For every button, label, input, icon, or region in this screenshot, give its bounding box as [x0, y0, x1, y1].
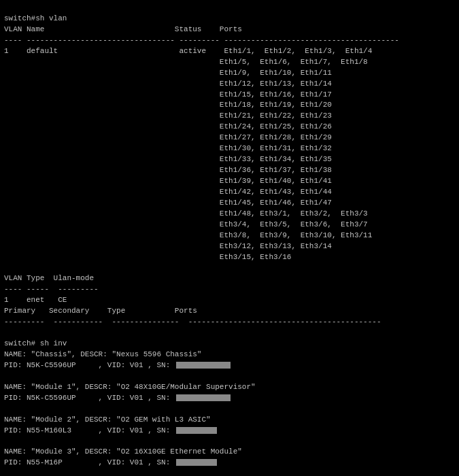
- vlan-ports-17: Eth3/4, Eth3/5, Eth3/6, Eth3/7: [4, 220, 368, 228]
- redacted-sn-module1: [176, 394, 231, 401]
- vlan-ports-8: Eth1/24, Eth1/25, Eth1/26: [4, 122, 332, 131]
- vlan-separator: ---- --------------------------------- -…: [4, 36, 399, 44]
- inv-chassis-name: NAME: "Chassis", DESCR: "Nexus 5596 Chas…: [4, 350, 201, 358]
- inv-module2-name: NAME: "Module 2", DESCR: "O2 GEM with L3…: [4, 415, 211, 424]
- vlan-ports-14: Eth1/42, Eth1/43, Eth1/44: [4, 188, 332, 196]
- vlan-row-1: 1 default active Eth1/1, Eth1/2, Eth1/3,…: [4, 47, 372, 55]
- vlan-type-separator: ---- ----- ---------: [4, 285, 99, 293]
- vlan-ports-7: Eth1/21, Eth1/22, Eth1/23: [4, 112, 332, 120]
- terminal-window: switch#sh vlan VLAN Name Status Ports --…: [4, 3, 455, 476]
- vlan-header-row: VLAN Name Status Ports: [4, 25, 242, 33]
- vlan-ports-10: Eth1/30, Eth1/31, Eth1/32: [4, 144, 332, 152]
- vlan-type-row: 1 enet CE: [4, 296, 67, 304]
- redacted-sn-module3: [176, 459, 217, 466]
- command-text: sh vlan: [35, 14, 67, 22]
- inv-chassis-pid: PID: N5K-C5596UP , VID: V01 , SN:: [4, 361, 231, 369]
- vlan-ports-12: Eth1/36, Eth1/37, Eth1/38: [4, 166, 332, 174]
- vlan-type-cols: Primary Secondary Type Ports: [4, 307, 197, 315]
- prompt: switch#: [4, 14, 35, 22]
- vlan-ports-19: Eth3/12, Eth3/13, Eth3/14: [4, 242, 332, 250]
- vlan-ports-11: Eth1/33, Eth1/34, Eth1/35: [4, 155, 332, 163]
- inv-module1-name: NAME: "Module 1", DESCR: "O2 48X10GE/Mod…: [4, 383, 256, 391]
- vlan-ports-18: Eth3/8, Eth3/9, Eth3/10, Eth3/11: [4, 231, 372, 239]
- terminal-output: switch#sh vlan VLAN Name Status Ports --…: [4, 3, 455, 476]
- vlan-ports-6: Eth1/18, Eth1/19, Eth1/20: [4, 101, 332, 109]
- vlan-ports-2: Eth1/5, Eth1/6, Eth1/7, Eth1/8: [4, 58, 368, 66]
- vlan-ports-16: Eth1/48, Eth3/1, Eth3/2, Eth3/3: [4, 209, 368, 218]
- inv-module3-pid: PID: N55-M16P , VID: V01 , SN:: [4, 458, 217, 466]
- inv-module2-pid: PID: N55-M160L3 , VID: V01 , SN:: [4, 426, 217, 435]
- vlan-ports-20: Eth3/15, Eth3/16: [4, 253, 291, 261]
- vlan-ports-15: Eth1/45, Eth1/46, Eth1/47: [4, 199, 332, 207]
- vlan-ports-5: Eth1/15, Eth1/16, Eth1/17: [4, 90, 332, 99]
- command-sh-inv: switch# sh inv: [4, 339, 67, 347]
- redacted-sn-module2: [176, 427, 217, 434]
- vlan-ports-4: Eth1/12, Eth1/13, Eth1/14: [4, 80, 332, 88]
- inv-module3-name: NAME: "Module 3", DESCR: "O2 16X10GE Eth…: [4, 447, 242, 456]
- vlan-ports-13: Eth1/39, Eth1/40, Eth1/41: [4, 177, 332, 185]
- inv-module1-pid: PID: N5K-C5596UP , VID: V01 , SN:: [4, 394, 231, 402]
- vlan-ports-9: Eth1/27, Eth1/28, Eth1/29: [4, 133, 332, 141]
- vlan-type-header: VLAN Type Ulan-mode: [4, 274, 94, 282]
- command-sh-vlan: switch#sh vlan: [4, 14, 67, 22]
- vlan-type-sep2: --------- ----------- --------------- --…: [4, 318, 381, 326]
- redacted-sn-chassis: [176, 362, 231, 369]
- vlan-ports-3: Eth1/9, Eth1/10, Eth1/11: [4, 69, 332, 77]
